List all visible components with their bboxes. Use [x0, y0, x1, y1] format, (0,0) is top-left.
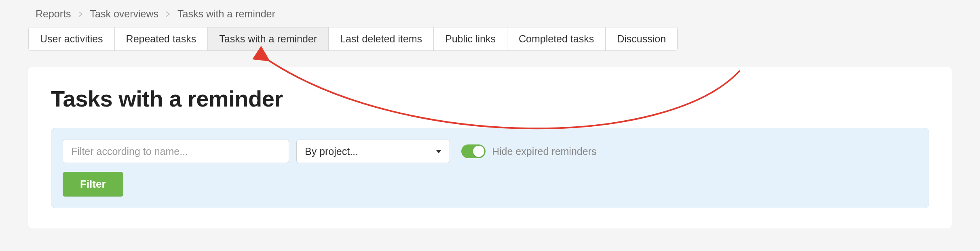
project-select-label: By project...: [305, 146, 358, 157]
filter-button[interactable]: Filter: [63, 172, 123, 197]
breadcrumb: Reports Task overviews Tasks with a remi…: [28, 8, 952, 20]
filter-panel: By project... Hide expired reminders Fil…: [51, 128, 929, 208]
hide-expired-toggle[interactable]: [461, 144, 486, 158]
chevron-right-icon: [166, 11, 170, 17]
filter-name-input[interactable]: [63, 140, 289, 163]
breadcrumb-item-task-overviews[interactable]: Task overviews: [90, 8, 159, 20]
breadcrumb-item-reports[interactable]: Reports: [36, 8, 71, 20]
tab-discussion[interactable]: Discussion: [605, 27, 678, 51]
tab-user-activities[interactable]: User activities: [28, 27, 115, 51]
chevron-right-icon: [78, 11, 83, 17]
tab-tasks-with-reminder[interactable]: Tasks with a reminder: [207, 27, 329, 51]
tab-bar: User activities Repeated tasks Tasks wit…: [28, 27, 952, 51]
tab-last-deleted-items[interactable]: Last deleted items: [328, 27, 434, 51]
breadcrumb-item-current[interactable]: Tasks with a reminder: [177, 8, 275, 20]
toggle-knob: [473, 146, 484, 157]
tab-repeated-tasks[interactable]: Repeated tasks: [114, 27, 208, 51]
hide-expired-label: Hide expired reminders: [492, 146, 596, 157]
content-card: Tasks with a reminder By project... Hide…: [28, 67, 952, 228]
tab-completed-tasks[interactable]: Completed tasks: [507, 27, 606, 51]
project-select[interactable]: By project...: [296, 140, 450, 163]
tab-public-links[interactable]: Public links: [433, 27, 507, 51]
caret-down-icon: [436, 150, 441, 153]
page-title: Tasks with a reminder: [51, 86, 929, 112]
